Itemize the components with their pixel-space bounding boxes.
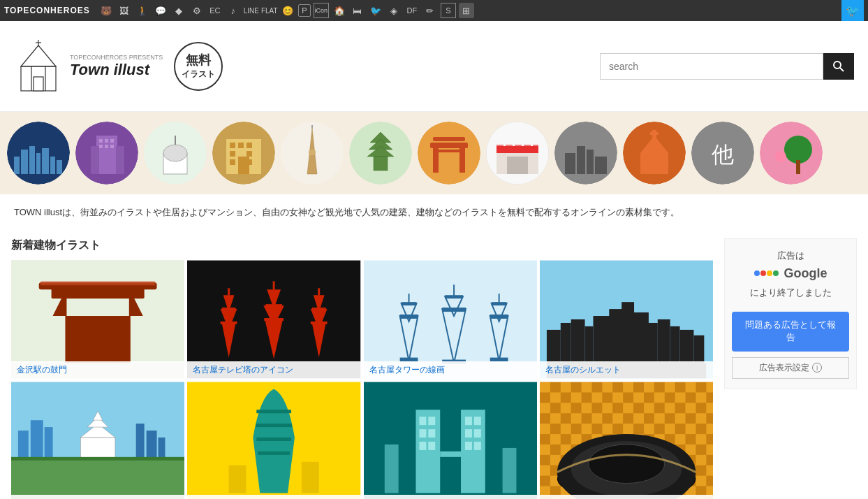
category-building-purple[interactable] xyxy=(75,122,138,185)
content-area: 新着建物イラスト xyxy=(11,238,713,499)
svg-rect-149 xyxy=(45,427,53,458)
brand-logo[interactable]: TOPECONHEROES xyxy=(4,6,90,15)
nav-icon-df[interactable]: DF xyxy=(404,3,420,18)
category-shop[interactable] xyxy=(486,122,549,185)
svg-point-78 xyxy=(784,136,812,164)
grid-caption-nagoya-icon: 名古屋テレビ塔のアイコン xyxy=(187,361,360,379)
logo-presents: TOPECONHEROES PRESENTS xyxy=(70,54,163,61)
svg-rect-89 xyxy=(77,326,119,365)
nav-icon-line[interactable]: LINE xyxy=(244,3,259,18)
svg-rect-176 xyxy=(473,417,480,425)
svg-rect-19 xyxy=(91,146,99,174)
category-nature[interactable] xyxy=(760,122,823,185)
badge-line1: 無料 xyxy=(186,52,211,68)
svg-rect-23 xyxy=(110,139,114,143)
nav-icon-frame[interactable]: 🖼 xyxy=(117,3,132,18)
svg-rect-20 xyxy=(116,146,124,174)
svg-rect-180 xyxy=(473,442,480,450)
svg-rect-155 xyxy=(147,431,157,458)
svg-point-29 xyxy=(163,145,187,161)
top-nav: TOPECONHEROES 🐻 🖼 🚶 💬 ◆ ⚙ EC ♪ LINE FLAT… xyxy=(0,0,868,21)
svg-rect-51 xyxy=(430,143,468,148)
ad-title: 広告は Google により終了しました xyxy=(732,249,849,301)
nav-icon-chat[interactable]: 💬 xyxy=(153,3,168,18)
description-text: TOWN illustは、街並みのイラストや住居およびマンション、自由の女神など… xyxy=(14,207,679,217)
nav-icon-flat[interactable]: FLAT xyxy=(262,3,277,18)
logo-badge: 無料 イラスト xyxy=(174,42,223,91)
svg-rect-12 xyxy=(29,146,35,174)
svg-rect-66 xyxy=(565,153,575,174)
nav-icon-gear[interactable]: ⚙ xyxy=(189,3,205,18)
svg-rect-64 xyxy=(507,157,528,174)
nav-icon-person[interactable]: 🚶 xyxy=(135,3,150,18)
logo-title[interactable]: Town illust xyxy=(70,61,163,79)
grid-item-city3[interactable] xyxy=(364,382,537,499)
nav-icon-music[interactable]: ♪ xyxy=(226,3,241,18)
nav-icon-house[interactable]: 🏠 xyxy=(332,3,347,18)
svg-rect-43 xyxy=(309,150,316,155)
svg-rect-69 xyxy=(595,157,607,174)
nav-icon-ec[interactable]: EC xyxy=(207,3,223,18)
svg-rect-163 xyxy=(229,465,247,493)
grid-item-kanazawa[interactable]: 金沢駅の鼓門 xyxy=(11,260,184,379)
main-content: 新着建物イラスト xyxy=(0,231,868,499)
svg-rect-103 xyxy=(264,318,284,321)
svg-rect-67 xyxy=(577,146,585,174)
nav-icon-bed[interactable]: 🛏 xyxy=(350,3,365,18)
site-description: TOWN illustは、街並みのイラストや住居およびマンション、自由の女神など… xyxy=(0,194,868,231)
ad-report-button[interactable]: 問題ある広告として報告 xyxy=(732,312,849,351)
category-temple[interactable] xyxy=(349,122,412,185)
ad-google-label: Google xyxy=(732,263,849,284)
svg-rect-169 xyxy=(419,417,426,425)
svg-rect-61 xyxy=(515,145,522,149)
grid-caption-nagoya-silhouette: 名古屋のシルエット xyxy=(540,361,713,379)
grid-item-city4[interactable] xyxy=(540,382,713,499)
badge-line2: イラスト xyxy=(182,68,215,80)
category-cityscape[interactable] xyxy=(7,122,70,185)
ad-settings[interactable]: 広告表示設定 i xyxy=(732,357,849,379)
svg-rect-146 xyxy=(11,458,184,499)
category-tower[interactable] xyxy=(281,122,344,185)
nav-icon-icon[interactable]: iCon xyxy=(314,3,329,18)
grid-item-nagoya-tower[interactable]: 名古屋タワーの線画 xyxy=(364,260,537,379)
svg-rect-109 xyxy=(311,321,328,324)
grid-caption-city2 xyxy=(187,495,360,499)
nav-icon-bear[interactable]: 🐻 xyxy=(98,3,114,18)
svg-rect-37 xyxy=(247,151,252,157)
category-building2[interactable] xyxy=(554,122,617,185)
search-input[interactable] xyxy=(600,53,823,80)
nav-icon-bird[interactable]: 🐦 xyxy=(368,3,383,18)
grid-item-city1[interactable] xyxy=(11,382,184,499)
twitter-button[interactable]: 🐦 xyxy=(841,0,864,21)
svg-rect-40 xyxy=(238,157,249,174)
nav-icon-smile[interactable]: 😊 xyxy=(280,3,295,18)
svg-rect-62 xyxy=(524,145,531,149)
category-hotel[interactable] xyxy=(212,122,275,185)
nav-icon-diamond[interactable]: ◆ xyxy=(171,3,186,18)
svg-rect-182 xyxy=(502,448,516,493)
grid-item-nagoya-icon[interactable]: 名古屋テレビ塔のアイコン xyxy=(187,260,360,379)
nav-icon-grid[interactable]: ⊞ xyxy=(459,3,474,18)
category-other[interactable]: 他 xyxy=(691,122,754,185)
svg-rect-175 xyxy=(464,417,471,425)
svg-rect-21 xyxy=(99,139,103,143)
nav-icon-pen[interactable]: ✏ xyxy=(422,3,438,18)
nav-icon-p[interactable]: P xyxy=(298,4,311,17)
svg-rect-110 xyxy=(312,308,326,310)
ad-title-line2: により終了しました xyxy=(750,287,832,298)
logo-building-icon xyxy=(14,38,63,94)
svg-rect-147 xyxy=(18,431,29,458)
grid-item-city2[interactable] xyxy=(187,382,360,499)
nav-icon-diamond2[interactable]: ◈ xyxy=(386,3,402,18)
svg-rect-161 xyxy=(256,424,293,427)
site-header: TOPECONHEROES PRESENTS Town illust 無料 イラ… xyxy=(0,21,868,112)
category-church[interactable] xyxy=(623,122,686,185)
svg-rect-90 xyxy=(41,281,156,285)
nav-icon-s[interactable]: S xyxy=(441,3,456,18)
grid-item-nagoya-silhouette[interactable]: 名古屋のシルエット xyxy=(540,260,713,379)
search-button[interactable] xyxy=(823,53,854,80)
svg-rect-181 xyxy=(384,444,398,493)
category-shrine[interactable] xyxy=(144,122,207,185)
svg-rect-178 xyxy=(473,429,480,437)
category-torii[interactable] xyxy=(418,122,480,185)
